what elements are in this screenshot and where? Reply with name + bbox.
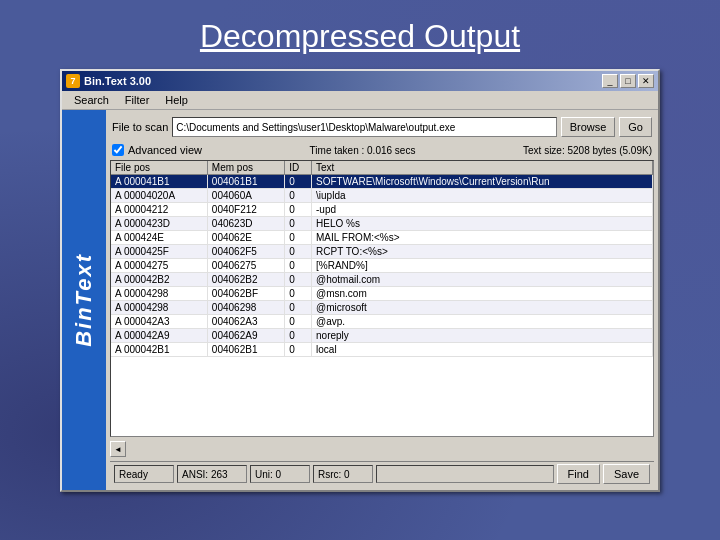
browse-button[interactable]: Browse	[561, 117, 616, 137]
table-row[interactable]: A 000042A9 004062A9 0 noreply	[111, 329, 653, 343]
status-rsrc: Rsrc: 0	[313, 465, 373, 483]
cell-id: 0	[285, 301, 312, 315]
cell-id: 0	[285, 245, 312, 259]
nav-row: ◄	[110, 440, 654, 458]
table-row[interactable]: A 0000423D 040623D 0 HELO %s	[111, 217, 653, 231]
advanced-label: Advanced view	[128, 144, 202, 156]
titlebar: 7 Bin.Text 3.00 _ □ ✕	[62, 71, 658, 91]
titlebar-left: 7 Bin.Text 3.00	[66, 74, 151, 88]
table-row[interactable]: A 000041B1 004061B1 0 SOFTWARE\Microsoft…	[111, 175, 653, 189]
scan-input[interactable]	[172, 117, 556, 137]
cell-text: @avp.	[312, 315, 653, 329]
table-row[interactable]: A 00004020A 004060A 0 \iuplda	[111, 189, 653, 203]
cell-mem-pos: 00406275	[207, 259, 285, 273]
maximize-button[interactable]: □	[620, 74, 636, 88]
cell-file-pos: A 00004275	[111, 259, 207, 273]
status-search-input[interactable]	[376, 465, 554, 483]
col-text: Text	[312, 161, 653, 175]
cell-file-pos: A 00004020A	[111, 189, 207, 203]
cell-text: -upd	[312, 203, 653, 217]
cell-mem-pos: 040623D	[207, 217, 285, 231]
cell-file-pos: A 000424E	[111, 231, 207, 245]
cell-id: 0	[285, 203, 312, 217]
cell-id: 0	[285, 329, 312, 343]
cell-id: 0	[285, 175, 312, 189]
close-button[interactable]: ✕	[638, 74, 654, 88]
cell-mem-pos: 004060A	[207, 189, 285, 203]
cell-text: @hotmail.com	[312, 273, 653, 287]
menubar: Search Filter Help	[62, 91, 658, 110]
scan-label: File to scan	[112, 121, 168, 133]
cell-text: SOFTWARE\Microsoft\Windows\CurrentVersio…	[312, 175, 653, 189]
cell-file-pos: A 0000425F	[111, 245, 207, 259]
cell-mem-pos: 004062A3	[207, 315, 285, 329]
table-scroll[interactable]: File pos Mem pos ID Text A 000041B1 0040…	[111, 161, 653, 357]
cell-mem-pos: 004062E	[207, 231, 285, 245]
table-row[interactable]: A 00004212 0040F212 0 -upd	[111, 203, 653, 217]
cell-mem-pos: 00406298	[207, 301, 285, 315]
find-button[interactable]: Find	[557, 464, 600, 484]
advanced-checkbox[interactable]	[112, 144, 124, 156]
table-row[interactable]: A 000042A3 004062A3 0 @avp.	[111, 315, 653, 329]
minimize-button[interactable]: _	[602, 74, 618, 88]
cell-id: 0	[285, 287, 312, 301]
scan-row: File to scan Browse Go	[110, 114, 654, 140]
table-row[interactable]: A 000042B1 004062B1 0 local	[111, 343, 653, 357]
cell-mem-pos: 004061B1	[207, 175, 285, 189]
cell-mem-pos: 004062B2	[207, 273, 285, 287]
table-row[interactable]: A 00004275 00406275 0 [%RAND%]	[111, 259, 653, 273]
table-row[interactable]: A 000424E 004062E 0 MAIL FROM:<%s>	[111, 231, 653, 245]
table-row[interactable]: A 0000425F 004062F5 0 RCPT TO:<%s>	[111, 245, 653, 259]
cell-mem-pos: 004062B1	[207, 343, 285, 357]
time-taken: Time taken : 0.016 secs	[310, 145, 416, 156]
cell-mem-pos: 004062A9	[207, 329, 285, 343]
menu-filter[interactable]: Filter	[117, 93, 157, 107]
sidebar-brand-text: BinText	[71, 253, 97, 347]
cell-file-pos: A 00004212	[111, 203, 207, 217]
col-mem-pos: Mem pos	[207, 161, 285, 175]
cell-text: noreply	[312, 329, 653, 343]
cell-mem-pos: 004062BF	[207, 287, 285, 301]
cell-mem-pos: 0040F212	[207, 203, 285, 217]
main-panel: File to scan Browse Go Advanced view Tim…	[106, 110, 658, 490]
status-ready: Ready	[114, 465, 174, 483]
content-area: BinText File to scan Browse Go Advanced …	[62, 110, 658, 490]
cell-text: HELO %s	[312, 217, 653, 231]
cell-id: 0	[285, 259, 312, 273]
titlebar-buttons: _ □ ✕	[602, 74, 654, 88]
statusbar: Ready ANSI: 263 Uni: 0 Rsrc: 0 Find Save	[110, 461, 654, 486]
cell-text: @msn.com	[312, 287, 653, 301]
cell-file-pos: A 000041B1	[111, 175, 207, 189]
cell-id: 0	[285, 343, 312, 357]
table-row[interactable]: A 000042B2 004062B2 0 @hotmail.com	[111, 273, 653, 287]
advanced-row: Advanced view Time taken : 0.016 secs Te…	[110, 143, 654, 157]
app-icon: 7	[66, 74, 80, 88]
cell-mem-pos: 004062F5	[207, 245, 285, 259]
cell-text: RCPT TO:<%s>	[312, 245, 653, 259]
table-row[interactable]: A 00004298 004062BF 0 @msn.com	[111, 287, 653, 301]
cell-id: 0	[285, 189, 312, 203]
go-button[interactable]: Go	[619, 117, 652, 137]
sidebar: BinText	[62, 110, 106, 490]
menu-search[interactable]: Search	[66, 93, 117, 107]
bintext-window: 7 Bin.Text 3.00 _ □ ✕ Search Filter Help…	[60, 69, 660, 492]
cell-id: 0	[285, 217, 312, 231]
menu-help[interactable]: Help	[157, 93, 196, 107]
cell-id: 0	[285, 231, 312, 245]
results-table-container: File pos Mem pos ID Text A 000041B1 0040…	[110, 160, 654, 437]
col-file-pos: File pos	[111, 161, 207, 175]
save-button[interactable]: Save	[603, 464, 650, 484]
table-row[interactable]: A 00004298 00406298 0 @microsoft	[111, 301, 653, 315]
titlebar-title: Bin.Text 3.00	[84, 75, 151, 87]
cell-text: @microsoft	[312, 301, 653, 315]
page-title: Decompressed Output	[200, 18, 520, 55]
cell-file-pos: A 000042A3	[111, 315, 207, 329]
scroll-left-button[interactable]: ◄	[110, 441, 126, 457]
cell-text: MAIL FROM:<%s>	[312, 231, 653, 245]
advanced-left: Advanced view	[112, 144, 202, 156]
cell-id: 0	[285, 273, 312, 287]
cell-file-pos: A 000042B2	[111, 273, 207, 287]
cell-id: 0	[285, 315, 312, 329]
cell-file-pos: A 00004298	[111, 287, 207, 301]
cell-file-pos: A 000042B1	[111, 343, 207, 357]
